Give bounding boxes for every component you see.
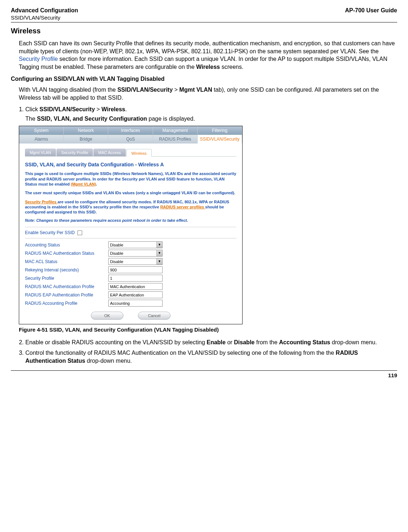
step3-post: drop-down menu. [85,358,132,364]
select-mac-acl-status[interactable]: Disable▼ [108,258,163,265]
security-profile-link[interactable]: Security Profile [19,56,58,62]
button-row: OK Cancel [25,312,236,320]
ok-button[interactable]: OK [91,312,123,320]
sub-text-pre: With VLAN tagging disabled (from the [19,87,117,93]
row-rekeying-interval: Rekeying Interval (seconds) 900 [25,266,236,273]
enable-security-checkbox[interactable] [77,230,82,235]
header-title: Advanced Configuration [11,7,78,14]
value-radius-mac-auth-status: Disable [110,251,123,255]
subtab-wireless[interactable]: Wireless [126,149,152,157]
label-security-profile: Security Profile [25,276,108,281]
sub-text-b1: SSID/VLAN/Security [117,87,173,93]
mgmt-vlan-link[interactable]: (Mgmt VLAN) [71,182,96,186]
figure-caption: Figure 4-51 SSID, VLAN, and Security Con… [19,327,397,333]
inner-divider-1 [25,227,236,227]
header-divider [11,22,397,22]
tab-ssid-vlan-security[interactable]: SSID/VLAN/Security [198,135,242,144]
footer-divider [11,370,397,371]
tab-interfaces[interactable]: Interfaces [108,126,153,134]
cancel-button[interactable]: Cancel [138,312,171,320]
step2-b3: Accounting Status [279,339,330,345]
input-radius-eap-auth-profile[interactable]: EAP Authentication [108,291,163,298]
tab-bridge[interactable]: Bridge [64,135,108,144]
input-rekeying-interval[interactable]: 900 [108,266,163,273]
step2-mid1: or [226,339,234,345]
panel-note: Note: Changes to these parameters requir… [25,218,236,223]
input-radius-accounting-profile[interactable]: Accounting [108,300,163,307]
tab-system[interactable]: System [19,126,64,134]
panel-title: SSID, VLAN, and Security Data Configurat… [25,162,236,167]
tab-management[interactable]: Management [153,126,198,134]
header-subtitle: SSID/VLAN/Security [11,14,397,21]
top-tab-row: System Network Interfaces Management Fil… [19,126,242,135]
intro-paragraph: Each SSID can have its own Security Prof… [19,40,397,71]
tab-filtering[interactable]: Filtering [198,126,242,134]
desc1-post: . [96,182,97,186]
label-accounting-status: Accounting Status [25,242,108,248]
value-accounting-status: Disable [110,243,123,247]
input-radius-mac-auth-profile[interactable]: MAC Authentication [108,283,163,290]
subtab-row: Mgmt VLAN Security Profile MAC Access Wi… [25,149,236,157]
step2-pre: Enable or disable RADIUS accounting on t… [25,339,207,345]
panel-desc-3: Security Profiles are used to configure … [25,199,236,215]
sub-text-b2: Mgmt VLAN [179,87,212,93]
step1-b2: Wireless [101,106,125,112]
select-accounting-status[interactable]: Disable▼ [108,241,163,248]
step1-b1: SSID/VLAN/Security [39,106,95,112]
tab-network[interactable]: Network [64,126,108,134]
row-mac-acl-status: MAC ACL Status Disable▼ [25,258,236,265]
radius-server-profiles-link[interactable]: RADIUS server profiles [160,205,205,209]
subtab-mgmt-vlan[interactable]: Mgmt VLAN [25,149,56,156]
security-profiles-link[interactable]: Security Profiles [25,200,58,204]
value-mac-acl-status: Disable [110,259,123,264]
tab-qos[interactable]: QoS [108,135,153,144]
label-radius-accounting-profile: RADIUS Accounting Profile [25,301,108,306]
subtab-security-profile[interactable]: Security Profile [56,149,93,156]
enable-security-label: Enable Security Per SSID [25,230,75,235]
label-mac-acl-status: MAC ACL Status [25,259,108,264]
chevron-down-icon: ▼ [156,258,162,265]
row-security-profile: Security Profile 1 [25,275,236,282]
steps-list: Click SSID/VLAN/Security > Wireless. The… [19,105,397,123]
content-panel: Mgmt VLAN Security Profile MAC Access Wi… [19,144,242,324]
step1-tail: . [125,106,127,112]
second-tab-row: Alarms Bridge QoS RADIUS Profiles SSID/V… [19,135,242,144]
select-radius-mac-auth-status[interactable]: Disable▼ [108,250,163,257]
step1-mid: > [95,106,101,112]
step-2: Enable or disable RADIUS accounting on t… [25,338,397,346]
label-radius-mac-auth-profile: RADIUS MAC Authentication Profile [25,284,108,289]
chevron-down-icon: ▼ [156,250,162,256]
step3-pre: Control the functionality of RADIUS MAC … [25,350,336,356]
step2-post: drop-down menu. [330,339,377,345]
sub-text-mid1: > [173,87,179,93]
panel-desc-1: This page is used to configure multiple … [25,171,236,187]
header-guide: AP-700 User Guide [345,7,397,14]
row-radius-accounting-profile: RADIUS Accounting Profile Accounting [25,300,236,307]
tab-alarms[interactable]: Alarms [19,135,64,144]
desc1-pre: This page is used to configure multiple … [25,171,236,186]
row-radius-mac-auth-profile: RADIUS MAC Authentication Profile MAC Au… [25,283,236,290]
panel-desc-2: The user must specify unique SSIDs and V… [25,190,236,195]
label-radius-eap-auth-profile: RADIUS EAP Authentication Profile [25,292,108,298]
row-radius-eap-auth-profile: RADIUS EAP Authentication Profile EAP Au… [25,291,236,298]
label-rekeying-interval: Rekeying Interval (seconds) [25,267,108,273]
row-radius-mac-auth-status: RADIUS MAC Authentication Status Disable… [25,250,236,257]
step2-mid2: from the [255,339,279,345]
step1-sub-post: page is displayed. [147,116,195,122]
step2-b1: Enable [207,339,226,345]
input-security-profile[interactable]: 1 [108,275,163,282]
step1-sub-pre: The [25,116,37,122]
subtab-mac-access[interactable]: MAC Access [93,149,126,156]
subsection-title: Configuring an SSID/VLAN with VLAN Taggi… [11,76,397,82]
enable-security-row: Enable Security Per SSID [25,230,236,235]
label-radius-mac-auth-status: RADIUS MAC Authentication Status [25,251,108,256]
step-3: Control the functionality of RADIUS MAC … [25,349,397,365]
section-title: Wireless [11,27,397,35]
tab-radius-profiles[interactable]: RADIUS Profiles [153,135,198,144]
step1-sub: The SSID, VLAN, and Security Configurati… [25,115,397,123]
row-accounting-status: Accounting Status Disable▼ [25,241,236,248]
form-table: Accounting Status Disable▼ RADIUS MAC Au… [25,241,236,307]
step-1: Click SSID/VLAN/Security > Wireless. The… [25,105,397,123]
intro-tail: screens. [220,64,243,70]
step2-b2: Disable [234,339,255,345]
